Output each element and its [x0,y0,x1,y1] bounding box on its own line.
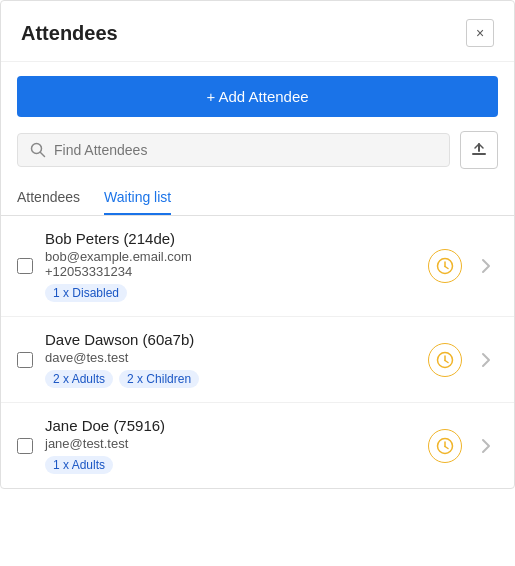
svg-line-1 [41,153,45,157]
table-row: Dave Dawson (60a7b) dave@tes.test 2 x Ad… [1,317,514,403]
clock-button-2[interactable] [428,429,462,463]
attendee-name-2: Jane Doe (75916) [45,417,416,434]
attendee-checkbox-1[interactable] [17,352,33,368]
badge-0-0: 1 x Disabled [45,284,127,302]
attendee-info-2: Jane Doe (75916) jane@test.test 1 x Adul… [45,417,416,474]
attendee-info-1: Dave Dawson (60a7b) dave@tes.test 2 x Ad… [45,331,416,388]
panel-title: Attendees [21,22,118,45]
search-box [17,133,450,167]
attendee-checkbox-0[interactable] [17,258,33,274]
svg-rect-2 [472,153,486,155]
clock-icon-2 [436,437,454,455]
clock-icon-1 [436,351,454,369]
table-row: Jane Doe (75916) jane@test.test 1 x Adul… [1,403,514,488]
attendee-email-1: dave@tes.test [45,350,416,365]
attendee-name-0: Bob Peters (214de) [45,230,416,247]
attendee-badges-1: 2 x Adults 2 x Children [45,370,416,388]
attendees-panel: Attendees × + Add Attendee Attendees Wai… [0,0,515,489]
clock-button-1[interactable] [428,343,462,377]
chevron-right-icon-0 [481,258,491,274]
attendee-badges-0: 1 x Disabled [45,284,416,302]
chevron-button-1[interactable] [474,348,498,372]
chevron-button-0[interactable] [474,254,498,278]
add-attendee-button[interactable]: + Add Attendee [17,76,498,117]
search-icon [30,142,46,158]
export-button[interactable] [460,131,498,169]
search-input[interactable] [54,142,437,158]
attendee-badges-2: 1 x Adults [45,456,416,474]
tab-waiting-list[interactable]: Waiting list [104,179,171,215]
svg-line-12 [445,446,448,448]
table-row: Bob Peters (214de) bob@example.email.com… [1,216,514,317]
badge-1-0: 2 x Adults [45,370,113,388]
badge-1-1: 2 x Children [119,370,199,388]
attendee-phone-0: +12053331234 [45,264,416,279]
attendee-email-0: bob@example.email.com [45,249,416,264]
attendee-checkbox-2[interactable] [17,438,33,454]
tabs-bar: Attendees Waiting list [1,179,514,216]
panel-header: Attendees × [1,1,514,62]
svg-line-9 [445,360,448,362]
clock-icon-0 [436,257,454,275]
badge-2-0: 1 x Adults [45,456,113,474]
tab-attendees[interactable]: Attendees [17,179,80,215]
chevron-right-icon-2 [481,438,491,454]
search-row [1,131,514,179]
chevron-button-2[interactable] [474,434,498,458]
attendee-email-2: jane@test.test [45,436,416,451]
close-button[interactable]: × [466,19,494,47]
svg-line-6 [445,267,448,269]
chevron-right-icon-1 [481,352,491,368]
export-icon [470,141,488,159]
clock-button-0[interactable] [428,249,462,283]
attendee-info-0: Bob Peters (214de) bob@example.email.com… [45,230,416,302]
attendee-name-1: Dave Dawson (60a7b) [45,331,416,348]
attendee-list: Bob Peters (214de) bob@example.email.com… [1,216,514,488]
